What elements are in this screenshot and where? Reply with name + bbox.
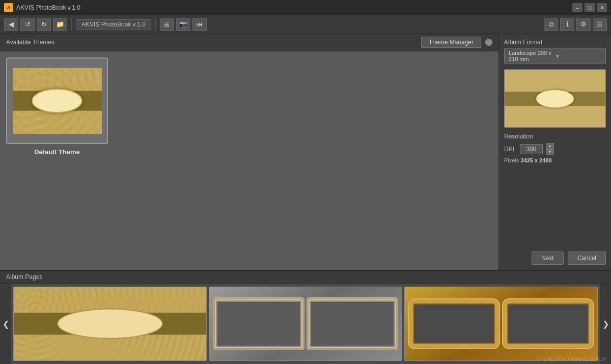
album-pages-label: Album Pages (6, 273, 42, 281)
album-format-select[interactable]: Landscape 290 x 210 mm ▼ (504, 48, 606, 64)
theme-name: Default Theme (34, 148, 80, 156)
toolbar-btn-info[interactable]: ℹ (560, 18, 574, 31)
dpi-spin-up[interactable]: ▲ (546, 143, 554, 149)
dropdown-arrow-icon: ▼ (555, 53, 601, 59)
right-panel: Album Format Landscape 290 x 210 mm ▼ Re… (499, 34, 611, 270)
gold-frame-1 (409, 299, 499, 349)
album-format-section: Album Format Landscape 290 x 210 mm ▼ (504, 39, 606, 64)
toolbar-btn-redo[interactable]: ↻ (37, 18, 51, 31)
dpi-input[interactable] (520, 144, 543, 154)
themes-section-label: Available Themes (6, 39, 54, 46)
album-preview-inner (505, 70, 605, 127)
album-preview-oval (536, 90, 574, 108)
page-thumb-1[interactable] (13, 287, 207, 361)
toolbar-btn-open[interactable]: 📁 (53, 18, 67, 31)
toolbar-title-badge: AKVIS PhotoBook v.1.0 (76, 19, 151, 30)
pixels-row: Pixels 3425 x 2480 (504, 157, 606, 163)
toolbar-right: ⧉ ℹ ⚙ ☰ (544, 18, 607, 31)
toolbar-btn-view[interactable]: ⧉ (544, 18, 558, 31)
resolution-label: Resolution (504, 133, 606, 140)
album-pages-header: Album Pages (0, 271, 611, 284)
dpi-spinner: ▲ ▼ (546, 143, 554, 155)
themes-header: Available Themes Theme Manager (0, 34, 498, 51)
album-pages-section: Album Pages ❮ (0, 270, 611, 364)
pixels-value: 3425 x 2480 (520, 157, 551, 163)
page-3-frames (405, 287, 597, 360)
theme-oval (32, 89, 82, 113)
close-button[interactable]: ✕ (597, 3, 607, 12)
main-area: Available Themes Theme Manager Default T… (0, 34, 611, 270)
minimize-button[interactable]: – (572, 3, 582, 12)
ornate-frame-2 (307, 298, 398, 350)
slider-dot[interactable] (485, 39, 492, 46)
page-thumb-3[interactable] (404, 287, 598, 361)
ornate-frame-1 (213, 298, 304, 350)
toolbar-btn-export[interactable]: ⏮ (192, 18, 207, 31)
pixels-label: Pixels (504, 157, 519, 163)
album-pages-strip: ❮ ❯ © THESOFTWAR (0, 284, 611, 364)
toolbar-btn-menu[interactable]: ☰ (593, 18, 607, 31)
themes-header-controls: Theme Manager (421, 37, 492, 48)
theme-item-default[interactable]: Default Theme (6, 58, 108, 156)
strip-next-button[interactable]: ❯ (600, 284, 611, 364)
toolbar-btn-back[interactable]: ◀ (4, 18, 18, 31)
toolbar-separator-2 (155, 19, 156, 30)
dpi-label: DPI (504, 146, 517, 153)
window-controls: – □ ✕ (572, 3, 607, 12)
toolbar-btn-print[interactable]: 🖨 (160, 18, 174, 31)
album-format-label: Album Format (504, 39, 606, 46)
toolbar-btn-settings[interactable]: ⚙ (576, 18, 591, 31)
themes-panel: Available Themes Theme Manager Default T… (0, 34, 499, 270)
toolbar-separator-1 (71, 19, 72, 30)
cancel-button[interactable]: Cancel (568, 251, 606, 265)
gold-frame-2 (503, 299, 593, 349)
toolbar-btn-camera[interactable]: 📷 (176, 18, 190, 31)
maximize-button[interactable]: □ (585, 3, 595, 12)
title-bar-left: A AKVIS PhotoBook v.1.0 (4, 3, 80, 12)
resolution-section: Resolution DPI ▲ ▼ Pixels 3425 x 2480 (504, 133, 606, 163)
bottom-buttons: Next Cancel (504, 251, 606, 265)
album-format-value: Landscape 290 x 210 mm (509, 50, 555, 62)
theme-manager-button[interactable]: Theme Manager (421, 37, 481, 48)
toolbar: ◀ ↺ ↻ 📁 AKVIS PhotoBook v.1.0 🖨 📷 ⏮ ⧉ ℹ … (0, 15, 611, 34)
app-logo: A (4, 3, 13, 12)
pages-container (11, 284, 600, 364)
page-2-frames (209, 287, 402, 360)
page-thumb-2[interactable] (209, 287, 402, 361)
theme-thumbnail-wrapper (6, 58, 108, 144)
title-bar: A AKVIS PhotoBook v.1.0 – □ ✕ (0, 0, 611, 15)
next-button[interactable]: Next (532, 251, 564, 265)
window-title: AKVIS PhotoBook v.1.0 (16, 4, 80, 11)
themes-grid: Default Theme (0, 51, 498, 270)
strip-prev-button[interactable]: ❮ (0, 284, 11, 364)
page-1-oval (57, 309, 163, 339)
album-preview (504, 69, 606, 128)
dpi-row: DPI ▲ ▼ (504, 143, 606, 155)
toolbar-btn-undo[interactable]: ↺ (20, 18, 35, 31)
theme-thumbnail (13, 68, 102, 134)
dpi-spin-down[interactable]: ▼ (546, 149, 554, 155)
